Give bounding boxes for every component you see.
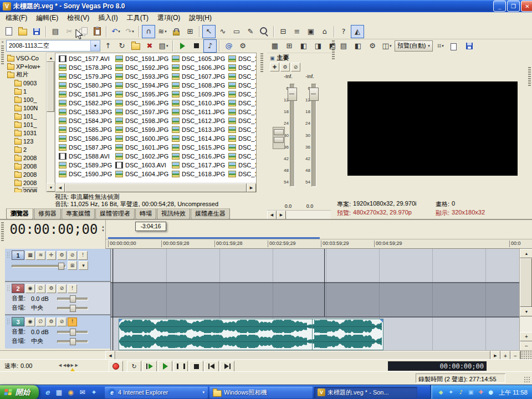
master-bus-header[interactable]: ▣ 主要 xyxy=(267,53,331,63)
antivirus-icon[interactable]: ✚ xyxy=(477,388,485,397)
media-manager-button[interactable]: ⌂ xyxy=(318,25,331,38)
volume-slider[interactable] xyxy=(57,295,88,301)
menu-view[interactable]: 檢視(V) xyxy=(63,12,94,24)
file-item[interactable]: DSC_1 xyxy=(228,54,256,63)
dock-tab-3[interactable]: 媒體管理者 xyxy=(95,208,135,219)
file-item[interactable]: DSC_1 xyxy=(228,116,256,125)
phase-invert-button[interactable]: ∅ xyxy=(36,284,45,293)
track-fx-button[interactable]: ⚙ xyxy=(57,251,66,260)
file-item[interactable]: DSC_1 xyxy=(228,152,256,161)
event-boundary[interactable] xyxy=(312,319,313,350)
video-track-lane[interactable] xyxy=(111,249,520,282)
track-number[interactable]: 3 xyxy=(12,317,24,326)
dock-tab-4[interactable]: 轉場 xyxy=(135,208,156,219)
tree-item[interactable]: 101_ xyxy=(5,120,46,129)
bus-properties-button[interactable]: ⚙ xyxy=(280,63,290,71)
file-item[interactable]: DSC_1612.JPG xyxy=(172,116,228,125)
title-bar[interactable]: V 未標題的.veg * - Sony Vegas Pro 8.0 _ ❐ ✕ xyxy=(0,0,532,12)
start-button[interactable]: 開始 xyxy=(0,385,39,399)
mute-button[interactable]: ⊘ xyxy=(57,284,66,293)
selection-edit-tool-button[interactable]: ▭ xyxy=(230,25,243,38)
track-drag-handle[interactable] xyxy=(7,318,11,325)
file-item[interactable]: DSC_1601.JPG xyxy=(115,143,172,152)
go-to-end-button[interactable] xyxy=(220,361,234,372)
auto-preview-button[interactable]: ♪ xyxy=(203,39,217,53)
video-output-fx-button[interactable]: ⚙ xyxy=(366,39,379,53)
play-button[interactable] xyxy=(158,361,172,372)
track-number[interactable]: 1 xyxy=(12,250,24,260)
file-item[interactable]: DSC_1591.JPG xyxy=(115,54,172,63)
file-item[interactable]: DSC_1587.JPG xyxy=(59,143,115,152)
file-item[interactable]: DSC_1595.JPG xyxy=(115,90,172,99)
file-item[interactable]: DSC_1608.JPG xyxy=(172,81,228,90)
file-item[interactable]: DSC_1609.JPG xyxy=(172,90,228,99)
slider-knob[interactable] xyxy=(70,338,76,345)
address-combo[interactable]: 2008-1113二空 ▼ xyxy=(6,40,100,52)
overlays-button[interactable]: ⌗▾ xyxy=(434,39,447,53)
time-spinner[interactable]: ▲▼ xyxy=(101,225,105,232)
track-drag-handle[interactable] xyxy=(7,252,11,259)
folder-tree[interactable]: VSO-CoXP+low+相片09031100_100N101_101_1031… xyxy=(5,53,46,192)
redo-button[interactable]: ↷▾ xyxy=(123,25,136,38)
combo-dropdown-icon[interactable]: ▼ xyxy=(90,40,100,51)
preview-quality-combo[interactable]: 預覽(自動)▾ xyxy=(395,40,433,52)
fader-knob[interactable] xyxy=(274,137,284,143)
menu-help[interactable]: 說明(H) xyxy=(185,12,216,24)
timeline-time-display[interactable]: 00:00:00;00 xyxy=(7,221,100,238)
tree-item[interactable]: 2008 xyxy=(5,178,46,187)
file-item[interactable]: DSC_1616.JPG xyxy=(172,152,228,161)
file-item[interactable]: DSC_1614.JPG xyxy=(172,134,228,143)
resize-grip[interactable] xyxy=(524,376,531,383)
file-item[interactable]: DSC_1613.JPG xyxy=(172,125,228,134)
scroll-left-button[interactable]: ◀ xyxy=(267,211,277,219)
slider-knob[interactable] xyxy=(70,305,76,312)
menu-insert[interactable]: 插入(I) xyxy=(94,12,122,24)
file-item[interactable]: DSC_1579.JPG xyxy=(59,72,115,81)
file-item[interactable]: DSC_1615.JPG xyxy=(172,143,228,152)
file-item[interactable]: DSC_1580.JPG xyxy=(59,81,115,90)
zoom-tool-corner[interactable] xyxy=(520,351,532,360)
loop-playback-button[interactable]: ↻ xyxy=(127,361,141,372)
track-fx-button[interactable]: ⚙ xyxy=(47,318,56,326)
file-item[interactable]: DSC_1607.JPG xyxy=(172,72,228,81)
enable-snapping-button[interactable]: ∩ xyxy=(142,25,155,38)
pan-slider[interactable] xyxy=(57,305,88,311)
paste-button[interactable] xyxy=(90,25,104,38)
save-snapshot-button[interactable] xyxy=(463,39,476,53)
rate-value[interactable]: 0.00 xyxy=(21,362,32,369)
go-to-start-button[interactable] xyxy=(204,361,219,372)
file-item[interactable]: DSC_1 xyxy=(228,99,256,108)
dock-tab-1[interactable]: 修剪器 xyxy=(34,208,61,219)
tree-item[interactable]: 相片 xyxy=(5,70,46,79)
master-bus-button[interactable]: ◧ xyxy=(297,39,310,53)
file-item[interactable]: DSC_1 xyxy=(228,108,256,116)
tree-item[interactable]: 101_ xyxy=(5,112,46,120)
timeline-grip[interactable] xyxy=(0,222,5,242)
tree-item[interactable]: VSO-Co xyxy=(5,54,46,62)
track-drag-handle[interactable] xyxy=(7,285,11,292)
external-monitor-button[interactable]: ◧ xyxy=(351,39,365,53)
track-number[interactable]: 2 xyxy=(12,284,24,293)
file-item[interactable]: DSC_1 xyxy=(228,63,256,72)
track-motion-button[interactable]: ✛ xyxy=(47,251,56,260)
scrollbar-track[interactable] xyxy=(47,112,54,183)
file-item[interactable]: DSC_1610.JPG xyxy=(172,99,228,108)
file-item[interactable]: DSC_1605.JPG xyxy=(172,54,228,63)
menu-tools[interactable]: 工具(T) xyxy=(122,12,153,24)
split-screen-view-button[interactable]: ◫▾ xyxy=(380,39,393,53)
menu-file[interactable]: 檔案(F) xyxy=(1,12,32,24)
file-item[interactable]: DSC_1606.JPG xyxy=(172,63,228,72)
outlook-express-button[interactable]: ✉ xyxy=(78,388,87,397)
project-video-properties-button[interactable]: ▤ xyxy=(337,39,350,53)
file-item[interactable]: DSC_1589.JPG xyxy=(59,161,115,170)
taskbar-task-ie[interactable]: e4 Internet Explorer▾ xyxy=(105,387,208,398)
fader-knob[interactable] xyxy=(274,129,284,135)
fader-knob[interactable] xyxy=(309,88,319,101)
master-fader[interactable] xyxy=(290,84,295,187)
file-item[interactable]: DSC_1588.AVI xyxy=(59,152,115,161)
file-item[interactable]: DSC_1597.JPG xyxy=(115,108,172,116)
file-item[interactable]: DSC_1 xyxy=(228,125,256,134)
paint-tool-button[interactable]: ✎ xyxy=(244,25,257,38)
file-item[interactable]: DSC_1617.JPG xyxy=(172,161,228,170)
make-compositing-child-button[interactable]: ⊞ xyxy=(68,261,77,270)
